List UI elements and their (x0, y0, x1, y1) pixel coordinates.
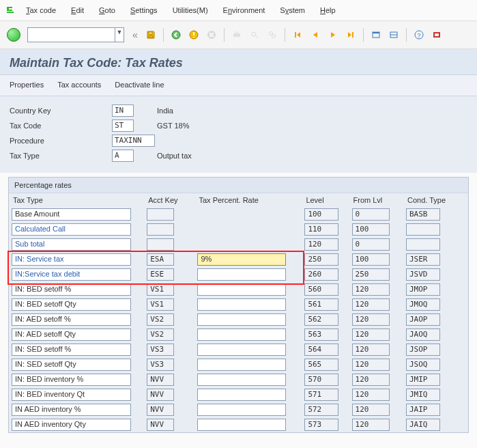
table-row[interactable]: IN: BED inventory %NVV570120JMIP (9, 372, 468, 387)
field-country-key[interactable]: IN (112, 104, 134, 117)
new-session-button[interactable] (368, 27, 384, 42)
cell-tax-type[interactable]: Sub total (12, 238, 131, 251)
table-row[interactable]: Calculated Call110100 (9, 222, 468, 237)
command-field[interactable]: ▼ (27, 27, 124, 42)
svg-point-0 (172, 31, 180, 39)
table-row[interactable]: IN: AED setoff %VS2562120JAOP (9, 312, 468, 327)
menu-help[interactable]: Help (313, 5, 343, 16)
menu-settings[interactable]: Settings (124, 5, 164, 16)
table-row[interactable]: IN: BED setoff %VS1560120JMOP (9, 282, 468, 297)
cell-cond-type: JAIQ (406, 419, 440, 431)
toolbar-collapse-icon[interactable]: « (130, 29, 141, 40)
cell-tax-rate[interactable] (197, 359, 286, 371)
cell-level: 250 (304, 253, 338, 266)
cell-level: 571 (304, 389, 338, 401)
svg-point-7 (272, 35, 275, 38)
svg-text:?: ? (417, 32, 420, 39)
cell-tax-type[interactable]: IN: Service tax (12, 253, 131, 266)
table-row[interactable]: IN: AED setoff QtyVS2563120JAOQ (9, 327, 468, 342)
action-properties[interactable]: Properties (10, 81, 44, 89)
field-tax-code[interactable]: ST (112, 120, 134, 132)
cell-level: 110 (304, 223, 338, 236)
cell-tax-rate[interactable] (197, 328, 286, 341)
table-row[interactable]: IN: BED inventory QtNVV571120JMIQ (9, 387, 468, 402)
field-procedure[interactable]: TAXINN (112, 135, 155, 147)
layout-button[interactable] (386, 27, 401, 42)
cell-from-level: 120 (352, 389, 390, 401)
cell-tax-type[interactable]: IN:Service tax debit (12, 268, 131, 281)
find-button (247, 27, 262, 42)
next-page-button[interactable] (326, 27, 341, 42)
table-row[interactable]: IN AED inventory %NVV572120JAIP (9, 402, 468, 417)
cell-from-level: 100 (352, 223, 390, 236)
table-row[interactable]: IN AED inventory QtyNVV573120JAIQ (9, 417, 468, 432)
exit-button[interactable] (186, 27, 201, 42)
menu-utilities[interactable]: Utilities(M) (166, 5, 215, 16)
table-row[interactable]: IN:Service tax debitESE260250JSVD (9, 267, 468, 282)
svg-rect-4 (235, 31, 239, 33)
cell-tax-rate[interactable] (197, 298, 286, 311)
cell-from-level: 120 (352, 344, 390, 356)
menu-tax-code[interactable]: Tax code (19, 5, 63, 16)
prev-page-button[interactable] (308, 27, 323, 42)
standard-toolbar: ▼ « ? (0, 21, 477, 49)
cell-tax-rate[interactable] (197, 344, 286, 356)
last-page-button[interactable] (343, 27, 358, 42)
field-tax-type[interactable]: A (112, 150, 134, 162)
svg-rect-9 (373, 32, 379, 33)
cell-tax-type: IN: BED inventory Qt (12, 389, 131, 401)
enter-button[interactable] (7, 28, 20, 42)
menu-environment[interactable]: Environment (216, 5, 272, 16)
cell-cond-type: BASB (406, 208, 440, 221)
table-row[interactable]: Sub total1200 (9, 237, 468, 252)
col-tax-type[interactable]: Tax Type (9, 193, 144, 207)
cell-level: 561 (304, 298, 338, 311)
cell-tax-rate[interactable] (197, 419, 286, 431)
cell-acct-key: VS2 (147, 313, 174, 326)
help-button[interactable]: ? (411, 27, 427, 42)
table-row[interactable]: IN: SED setoff %VS3564120JSOP (9, 342, 468, 357)
cell-tax-rate[interactable] (197, 268, 286, 281)
cell-level: 562 (304, 313, 338, 326)
cell-acct-key: NVV (147, 374, 174, 386)
cell-tax-rate[interactable] (197, 313, 286, 326)
cell-tax-rate[interactable] (197, 404, 286, 416)
col-cond-type[interactable]: Cond. Type (403, 193, 468, 207)
col-from-lvl[interactable]: From Lvl (349, 193, 403, 207)
table-row[interactable]: IN: BED setoff QtyVS1561120JMOQ (9, 297, 468, 312)
cell-level: 572 (304, 404, 338, 416)
table-row[interactable]: IN: Service taxESA9%250100JSER (9, 252, 468, 267)
cell-tax-rate[interactable] (197, 374, 286, 386)
col-acct-key[interactable]: Acct Key (144, 193, 194, 207)
cell-tax-type[interactable]: Calculated Call (12, 223, 131, 236)
action-deactivate-line[interactable]: Deactivate line (115, 81, 164, 89)
chevron-down-icon[interactable]: ▼ (115, 28, 124, 42)
menu-bar: Tax code Edit Goto Settings Utilities(M)… (0, 0, 477, 21)
menu-system[interactable]: System (273, 5, 312, 16)
back-button[interactable] (169, 27, 184, 42)
cell-acct-key: ESA (147, 253, 174, 266)
cell-acct-key: NVV (147, 404, 174, 416)
cell-acct-key (147, 208, 174, 221)
menu-edit[interactable]: Edit (64, 5, 91, 16)
label-tax-code: Tax Code (10, 122, 112, 130)
cell-cond-type: JAIP (406, 404, 440, 416)
table-row[interactable]: IN: SED setoff QtyVS3565120JSOQ (9, 357, 468, 372)
action-tax-accounts[interactable]: Tax accounts (57, 81, 101, 89)
table-row[interactable]: Base Amount1000BASB (9, 207, 468, 222)
first-page-button[interactable] (290, 27, 305, 42)
cell-tax-rate[interactable] (197, 283, 286, 296)
cell-acct-key: ESE (147, 268, 174, 281)
menu-goto[interactable]: Goto (92, 5, 122, 16)
cell-from-level: 120 (352, 283, 390, 296)
save-button[interactable] (143, 27, 158, 42)
cell-level: 260 (304, 268, 338, 281)
cell-tax-rate[interactable]: 9% (197, 253, 286, 266)
command-field-icon[interactable] (4, 5, 15, 16)
col-rate[interactable]: Tax Percent. Rate (194, 193, 302, 207)
cell-tax-rate[interactable] (197, 389, 286, 401)
customize-button[interactable] (429, 27, 444, 42)
cell-from-level: 120 (352, 328, 390, 341)
col-level[interactable]: Level (302, 193, 349, 207)
cell-from-level: 0 (352, 208, 390, 221)
